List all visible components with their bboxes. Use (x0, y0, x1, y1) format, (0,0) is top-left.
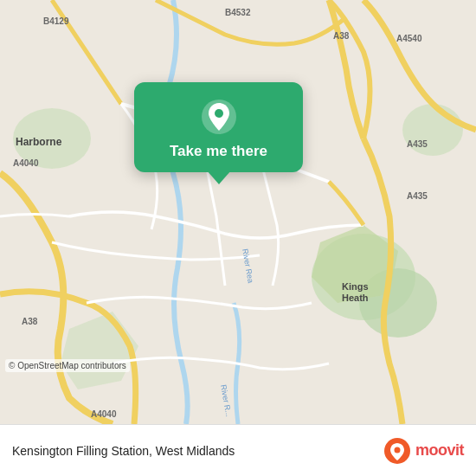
footer-bar: Kensington Filling Station, West Midland… (0, 424, 476, 476)
svg-text:A38: A38 (22, 317, 38, 326)
location-name: Kensington Filling Station, West Midland… (12, 444, 235, 458)
svg-text:A4540: A4540 (396, 34, 422, 43)
svg-text:Heath: Heath (342, 293, 369, 303)
svg-text:A435: A435 (407, 191, 428, 201)
map-container[interactable]: B4129 B4532 A38 A4540 A435 A435 A4040 A3… (0, 0, 476, 424)
svg-text:B4129: B4129 (43, 16, 69, 26)
svg-text:Kings: Kings (342, 281, 369, 292)
svg-text:B4532: B4532 (225, 8, 251, 17)
popup-label: Take me there (170, 143, 267, 160)
svg-text:A38: A38 (333, 31, 350, 41)
location-pin-icon (200, 98, 238, 136)
svg-point-24 (394, 447, 400, 453)
moovit-brand-name: moovit (415, 441, 464, 460)
svg-text:Harborne: Harborne (16, 136, 62, 148)
svg-text:A435: A435 (407, 139, 428, 149)
moovit-brand-icon (384, 438, 410, 464)
map-attribution: © OpenStreetMap contributors (5, 359, 130, 372)
svg-text:A4040: A4040 (13, 158, 39, 168)
svg-point-22 (215, 109, 223, 118)
popup-card[interactable]: Take me there (134, 82, 303, 172)
moovit-logo: moovit (384, 438, 464, 464)
svg-text:A4040: A4040 (91, 409, 117, 419)
